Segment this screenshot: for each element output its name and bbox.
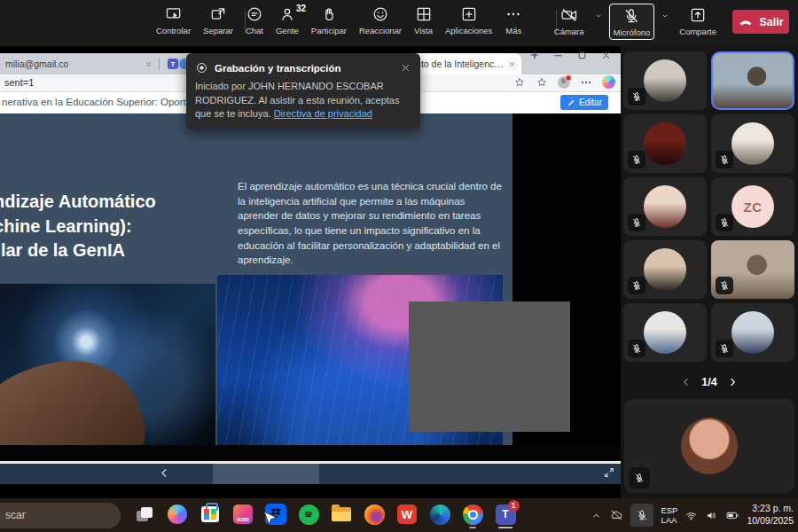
- record-icon: [195, 61, 208, 74]
- chev-left-icon: [680, 376, 692, 388]
- toolbar-chat-button[interactable]: Chat: [246, 4, 263, 35]
- taskbar-app-copilot[interactable]: [165, 502, 190, 527]
- mic-off-icon: [628, 151, 645, 168]
- toolbar-people-button[interactable]: 32 Gente: [276, 4, 299, 35]
- toolbar-label: Controlar: [156, 26, 191, 35]
- tab-close-icon[interactable]: [145, 60, 153, 68]
- taskbar-app-firefox[interactable]: [362, 502, 387, 527]
- taskbar-app-task-view[interactable]: [132, 502, 157, 527]
- mic-off-icon: [631, 280, 642, 291]
- mic-off-icon: [629, 467, 650, 489]
- battery-icon[interactable]: [725, 508, 739, 522]
- avatar: [644, 311, 686, 354]
- microphone-chevron-down-icon[interactable]: [660, 11, 670, 21]
- participant-tile-initials[interactable]: ZC: [711, 177, 794, 236]
- system-tray: ESP LAA 3:23 p. m. 10/09/2025: [591, 498, 794, 532]
- self-avatar: [681, 418, 738, 474]
- taskbar-app-ms-store[interactable]: [198, 502, 223, 527]
- notification-title: Grabación y transcripción: [215, 63, 341, 74]
- taskbar-app-teams[interactable]: T1: [493, 502, 518, 527]
- participant-tile-young-man[interactable]: [623, 177, 707, 236]
- toolbar-view-button[interactable]: Vista: [414, 4, 433, 35]
- toolbar-control-button[interactable]: Controlar: [156, 4, 191, 35]
- maximize-icon[interactable]: [576, 50, 588, 61]
- collections-star-icon[interactable]: [536, 76, 548, 89]
- fullscreen-expand-icon[interactable]: [603, 466, 615, 479]
- participant-tile-dark-red-room[interactable]: [623, 114, 707, 173]
- participant-tile-man-dark-clothing[interactable]: [623, 51, 707, 110]
- microphone-button[interactable]: Micrófono: [609, 4, 655, 40]
- participant-tile-speaking-woman-video[interactable]: [711, 51, 794, 110]
- new-tab-button[interactable]: [528, 49, 541, 61]
- browser-menu-dots-icon[interactable]: [580, 76, 592, 89]
- chev-down-icon: [593, 11, 604, 21]
- speaker-icon[interactable]: [705, 509, 718, 522]
- language-indicator[interactable]: ESP LAA: [661, 505, 677, 526]
- copilot-icon[interactable]: [602, 75, 615, 89]
- scrollbar-thumb[interactable]: [213, 464, 319, 484]
- slide-title: endizaje Automático achine Learning): Pi…: [0, 190, 207, 263]
- pencil-icon: [567, 98, 575, 107]
- notification-header: Grabación y transcripción: [195, 61, 411, 74]
- browser-profile-avatar[interactable]: [558, 76, 570, 89]
- presentation-page-title: nerativa en la Educación Superior: Oport…: [2, 97, 192, 107]
- popout-icon: [209, 5, 227, 23]
- participant-tile-woman-long-dark-hair[interactable]: [623, 240, 707, 299]
- teams-notification-badge: 1: [508, 500, 520, 512]
- tab-close-icon[interactable]: [508, 60, 516, 68]
- scroll-left-chevron-icon[interactable]: [158, 466, 171, 480]
- privacy-policy-link[interactable]: Directiva de privacidad: [274, 108, 372, 119]
- participant-tile-woman-sunglasses[interactable]: [711, 303, 794, 362]
- mic-off-icon: [719, 154, 730, 165]
- taskbar-app-m365[interactable]: M365: [231, 502, 255, 527]
- chev-down-icon: [660, 11, 670, 21]
- clock[interactable]: 3:23 p. m. 10/09/2025: [747, 503, 794, 527]
- meeting-toolbar-items: Controlar Separar Chat32 Gente Participa…: [156, 4, 522, 35]
- taskbar-app-wondershare[interactable]: W: [395, 502, 419, 527]
- toolbar-raise-hand-button[interactable]: Participar: [311, 4, 347, 35]
- meeting-device-controls: Cámara Micrófono Comparte Salir: [551, 4, 789, 40]
- bookmark-star-icon[interactable]: [513, 76, 526, 89]
- tray-mic-muted-icon[interactable]: [630, 504, 653, 527]
- taskbar-search-input[interactable]: scar: [0, 503, 121, 528]
- wifi-icon[interactable]: [685, 509, 698, 522]
- taskbar-app-webex[interactable]: [427, 502, 452, 527]
- browser-window-controls: [545, 47, 619, 64]
- edit-button[interactable]: Editar: [560, 95, 608, 110]
- toolbar-popout-button[interactable]: Separar: [203, 4, 233, 35]
- taskbar-app-spotify[interactable]: [296, 502, 321, 527]
- onedrive-cloud-off-icon[interactable]: [609, 508, 623, 522]
- close-icon[interactable]: [600, 50, 612, 61]
- self-video-tile[interactable]: [624, 399, 794, 493]
- participant-tile-living-room-video[interactable]: [711, 240, 794, 299]
- notification-close-icon[interactable]: [400, 62, 411, 74]
- browser-tab-0[interactable]: milia@gmail.co: [0, 53, 158, 74]
- camera-button[interactable]: Cámara: [551, 4, 588, 38]
- presentation-scrollbar[interactable]: [0, 464, 621, 484]
- close-x-icon: [600, 50, 612, 61]
- taskbar-app-chrome[interactable]: [460, 502, 485, 527]
- star-icon: [536, 76, 548, 89]
- tray-chevron-up-icon[interactable]: [591, 510, 602, 521]
- close-x-icon: [508, 60, 516, 68]
- mic-off-icon: [631, 217, 642, 228]
- camera-chevron-down-icon[interactable]: [593, 11, 604, 21]
- expand-diag-icon: [603, 466, 615, 479]
- toolbar-react-button[interactable]: Reaccionar: [359, 4, 402, 35]
- pagination-prev-chevron-icon[interactable]: [680, 376, 692, 388]
- pagination-next-chevron-icon[interactable]: [726, 376, 739, 388]
- mic-off-icon: [719, 217, 730, 228]
- mic-off-icon: [628, 340, 645, 357]
- toolbar-label: Aplicaciones: [445, 26, 492, 35]
- avatar: [644, 122, 686, 165]
- participant-tile-gray-haired-man[interactable]: [623, 303, 707, 362]
- share-button[interactable]: Comparte: [676, 4, 720, 38]
- participant-tile-woman-white-top[interactable]: [711, 114, 794, 173]
- leave-meeting-button[interactable]: Salir: [732, 10, 789, 34]
- toolbar-label: Chat: [246, 26, 263, 35]
- toolbar-more-button[interactable]: Más: [505, 4, 522, 35]
- taskbar-app-file-explorer[interactable]: [329, 502, 354, 527]
- toolbar-apps-button[interactable]: Aplicaciones: [445, 4, 492, 35]
- minimize-icon[interactable]: [552, 50, 564, 61]
- mic-off-icon: [716, 277, 733, 294]
